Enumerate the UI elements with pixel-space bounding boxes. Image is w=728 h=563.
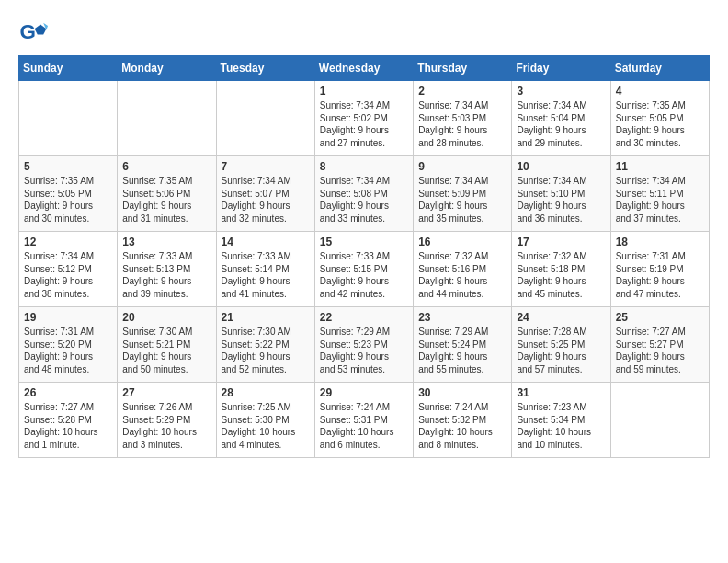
weekday-header-row: SundayMondayTuesdayWednesdayThursdayFrid… [19, 56, 710, 81]
calendar-day-cell: 20Sunrise: 7:30 AM Sunset: 5:21 PM Dayli… [118, 307, 216, 383]
day-info: Sunrise: 7:32 AM Sunset: 5:18 PM Dayligh… [517, 250, 605, 300]
day-info: Sunrise: 7:26 AM Sunset: 5:29 PM Dayligh… [122, 401, 210, 451]
weekday-header: Monday [118, 56, 216, 81]
svg-text:G: G [20, 20, 36, 43]
day-info: Sunrise: 7:33 AM Sunset: 5:15 PM Dayligh… [320, 250, 408, 300]
svg-marker-1 [35, 24, 47, 34]
calendar-day-cell [19, 81, 118, 156]
day-number: 4 [616, 85, 704, 98]
day-info: Sunrise: 7:34 AM Sunset: 5:10 PM Dayligh… [517, 175, 605, 224]
day-info: Sunrise: 7:30 AM Sunset: 5:22 PM Dayligh… [222, 326, 310, 375]
day-number: 30 [418, 386, 506, 399]
calendar-day-cell: 28Sunrise: 7:25 AM Sunset: 5:30 PM Dayli… [216, 383, 314, 458]
calendar-day-cell: 1Sunrise: 7:34 AM Sunset: 5:02 PM Daylig… [314, 81, 413, 156]
calendar-week-row: 1Sunrise: 7:34 AM Sunset: 5:02 PM Daylig… [19, 81, 710, 156]
day-info: Sunrise: 7:33 AM Sunset: 5:13 PM Dayligh… [122, 250, 210, 300]
day-number: 23 [418, 311, 506, 324]
day-info: Sunrise: 7:33 AM Sunset: 5:14 PM Dayligh… [222, 250, 310, 300]
day-number: 27 [122, 386, 210, 399]
day-info: Sunrise: 7:31 AM Sunset: 5:19 PM Dayligh… [616, 250, 704, 300]
calendar-day-cell: 12Sunrise: 7:34 AM Sunset: 5:12 PM Dayli… [19, 232, 118, 307]
day-number: 24 [517, 311, 605, 324]
day-number: 21 [222, 311, 310, 324]
day-number: 6 [122, 160, 210, 173]
weekday-header: Wednesday [314, 56, 413, 81]
calendar-day-cell: 5Sunrise: 7:35 AM Sunset: 5:05 PM Daylig… [19, 156, 118, 232]
weekday-header: Friday [512, 56, 610, 81]
calendar-day-cell: 3Sunrise: 7:34 AM Sunset: 5:04 PM Daylig… [512, 81, 610, 156]
calendar-day-cell: 29Sunrise: 7:24 AM Sunset: 5:31 PM Dayli… [314, 383, 413, 458]
day-info: Sunrise: 7:34 AM Sunset: 5:08 PM Dayligh… [320, 175, 408, 224]
calendar-day-cell: 7Sunrise: 7:34 AM Sunset: 5:07 PM Daylig… [216, 156, 314, 232]
day-number: 26 [24, 386, 112, 399]
calendar-day-cell: 17Sunrise: 7:32 AM Sunset: 5:18 PM Dayli… [512, 232, 610, 307]
weekday-header: Sunday [19, 56, 118, 81]
calendar-day-cell [610, 383, 709, 458]
calendar-day-cell: 6Sunrise: 7:35 AM Sunset: 5:06 PM Daylig… [118, 156, 216, 232]
calendar-day-cell: 14Sunrise: 7:33 AM Sunset: 5:14 PM Dayli… [216, 232, 314, 307]
weekday-header: Saturday [610, 56, 709, 81]
day-info: Sunrise: 7:34 AM Sunset: 5:07 PM Dayligh… [222, 175, 310, 224]
day-number: 9 [418, 160, 506, 173]
day-info: Sunrise: 7:34 AM Sunset: 5:09 PM Dayligh… [418, 175, 506, 224]
calendar-day-cell: 8Sunrise: 7:34 AM Sunset: 5:08 PM Daylig… [314, 156, 413, 232]
day-number: 28 [222, 386, 310, 399]
calendar-day-cell: 31Sunrise: 7:23 AM Sunset: 5:34 PM Dayli… [512, 383, 610, 458]
day-info: Sunrise: 7:27 AM Sunset: 5:27 PM Dayligh… [616, 326, 704, 375]
day-info: Sunrise: 7:27 AM Sunset: 5:28 PM Dayligh… [24, 401, 112, 451]
day-number: 18 [616, 236, 704, 248]
day-info: Sunrise: 7:34 AM Sunset: 5:12 PM Dayligh… [24, 250, 112, 300]
day-number: 3 [517, 85, 605, 98]
weekday-header: Thursday [414, 56, 512, 81]
day-info: Sunrise: 7:34 AM Sunset: 5:11 PM Dayligh… [616, 175, 704, 224]
day-info: Sunrise: 7:35 AM Sunset: 5:06 PM Dayligh… [122, 175, 210, 224]
calendar-day-cell: 15Sunrise: 7:33 AM Sunset: 5:15 PM Dayli… [314, 232, 413, 307]
calendar-day-cell: 16Sunrise: 7:32 AM Sunset: 5:16 PM Dayli… [414, 232, 512, 307]
day-info: Sunrise: 7:24 AM Sunset: 5:32 PM Dayligh… [418, 401, 506, 451]
calendar-day-cell: 21Sunrise: 7:30 AM Sunset: 5:22 PM Dayli… [216, 307, 314, 383]
page-header: G [18, 18, 710, 48]
day-number: 29 [320, 386, 408, 399]
calendar-day-cell: 18Sunrise: 7:31 AM Sunset: 5:19 PM Dayli… [610, 232, 709, 307]
logo-icon: G [18, 18, 48, 48]
day-number: 12 [24, 236, 112, 248]
day-number: 31 [517, 386, 605, 399]
logo: G [18, 18, 53, 48]
calendar-week-row: 12Sunrise: 7:34 AM Sunset: 5:12 PM Dayli… [19, 232, 710, 307]
day-number: 17 [517, 236, 605, 248]
day-number: 11 [616, 160, 704, 173]
day-number: 22 [320, 311, 408, 324]
day-info: Sunrise: 7:30 AM Sunset: 5:21 PM Dayligh… [122, 326, 210, 375]
day-number: 15 [320, 236, 408, 248]
calendar-day-cell [216, 81, 314, 156]
calendar-day-cell: 10Sunrise: 7:34 AM Sunset: 5:10 PM Dayli… [512, 156, 610, 232]
day-number: 19 [24, 311, 112, 324]
day-info: Sunrise: 7:25 AM Sunset: 5:30 PM Dayligh… [222, 401, 310, 451]
calendar-day-cell [118, 81, 216, 156]
calendar-table: SundayMondayTuesdayWednesdayThursdayFrid… [18, 55, 710, 458]
day-number: 25 [616, 311, 704, 324]
day-info: Sunrise: 7:32 AM Sunset: 5:16 PM Dayligh… [418, 250, 506, 300]
calendar-day-cell: 25Sunrise: 7:27 AM Sunset: 5:27 PM Dayli… [610, 307, 709, 383]
day-info: Sunrise: 7:23 AM Sunset: 5:34 PM Dayligh… [517, 401, 605, 451]
day-info: Sunrise: 7:35 AM Sunset: 5:05 PM Dayligh… [24, 175, 112, 224]
day-number: 10 [517, 160, 605, 173]
calendar-week-row: 26Sunrise: 7:27 AM Sunset: 5:28 PM Dayli… [19, 383, 710, 458]
calendar-day-cell: 2Sunrise: 7:34 AM Sunset: 5:03 PM Daylig… [414, 81, 512, 156]
day-info: Sunrise: 7:28 AM Sunset: 5:25 PM Dayligh… [517, 326, 605, 375]
calendar-day-cell: 22Sunrise: 7:29 AM Sunset: 5:23 PM Dayli… [314, 307, 413, 383]
day-number: 8 [320, 160, 408, 173]
calendar-day-cell: 23Sunrise: 7:29 AM Sunset: 5:24 PM Dayli… [414, 307, 512, 383]
weekday-header: Tuesday [216, 56, 314, 81]
day-info: Sunrise: 7:29 AM Sunset: 5:24 PM Dayligh… [418, 326, 506, 375]
day-info: Sunrise: 7:34 AM Sunset: 5:04 PM Dayligh… [517, 99, 605, 149]
day-info: Sunrise: 7:24 AM Sunset: 5:31 PM Dayligh… [320, 401, 408, 451]
day-number: 2 [418, 85, 506, 98]
calendar-day-cell: 9Sunrise: 7:34 AM Sunset: 5:09 PM Daylig… [414, 156, 512, 232]
day-number: 5 [24, 160, 112, 173]
day-info: Sunrise: 7:35 AM Sunset: 5:05 PM Dayligh… [616, 99, 704, 149]
calendar-day-cell: 30Sunrise: 7:24 AM Sunset: 5:32 PM Dayli… [414, 383, 512, 458]
day-info: Sunrise: 7:34 AM Sunset: 5:03 PM Dayligh… [418, 99, 506, 149]
day-number: 14 [222, 236, 310, 248]
day-info: Sunrise: 7:29 AM Sunset: 5:23 PM Dayligh… [320, 326, 408, 375]
